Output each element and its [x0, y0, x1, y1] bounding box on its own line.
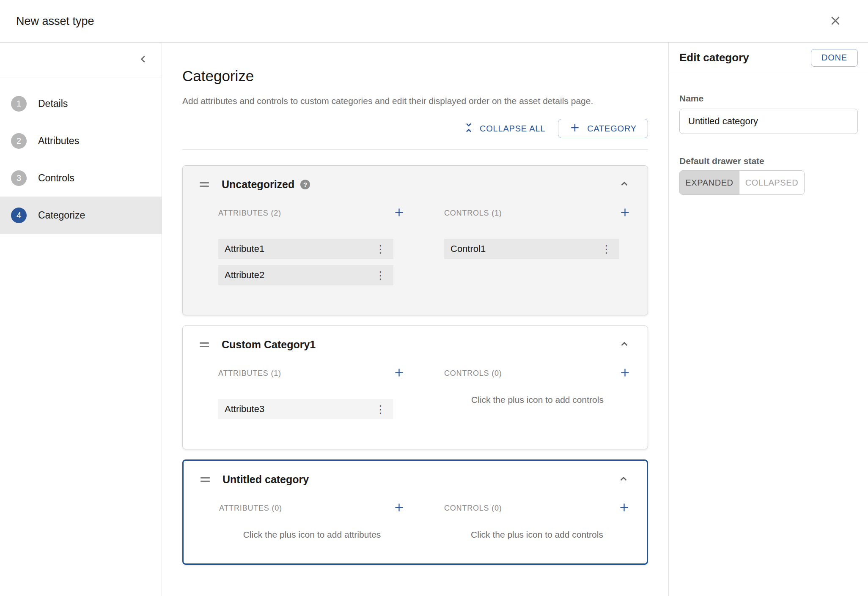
- drawer-state-toggle: EXPANDED COLLAPSED: [679, 170, 805, 195]
- categorize-panel: Categorize Add attributes and controls t…: [162, 43, 668, 596]
- done-button[interactable]: DONE: [811, 49, 858, 67]
- controls-count-label: CONTROLS (1): [444, 209, 502, 218]
- step-attributes[interactable]: 2 Attributes: [0, 122, 162, 159]
- step-number-badge: 1: [11, 96, 27, 112]
- plus-icon: [393, 367, 405, 380]
- chevron-up-icon: [619, 184, 630, 191]
- category-list: Uncategorized ?: [182, 165, 648, 565]
- category-title: Uncategorized: [222, 178, 294, 191]
- chevron-up-icon: [619, 344, 630, 351]
- step-label: Details: [38, 98, 68, 109]
- plus-icon: [618, 502, 630, 514]
- step-label: Categorize: [38, 210, 85, 221]
- controls-column: CONTROLS (0) Click the plus icon to add …: [444, 503, 630, 540]
- drawer-state-label: Default drawer state: [679, 156, 858, 166]
- attribute-item[interactable]: Attribute3 ⋮: [218, 399, 393, 419]
- kebab-menu-icon[interactable]: ⋮: [599, 244, 613, 254]
- plus-icon: [393, 207, 405, 219]
- controls-column: CONTROLS (0) Click the plus icon to add …: [444, 369, 631, 425]
- collapse-all-label: COLLAPSE ALL: [480, 124, 545, 134]
- attributes-column: ATTRIBUTES (1) Attribute: [218, 369, 405, 425]
- attributes-count-label: ATTRIBUTES (1): [218, 369, 281, 378]
- step-label: Attributes: [38, 135, 79, 147]
- help-icon[interactable]: ?: [300, 180, 310, 189]
- step-number-badge: 4: [11, 208, 27, 223]
- collapse-category-button[interactable]: [618, 178, 631, 191]
- add-control-button[interactable]: [619, 207, 631, 219]
- category-name-input[interactable]: [679, 109, 858, 134]
- step-details[interactable]: 1 Details: [0, 85, 162, 122]
- step-number-badge: 3: [11, 170, 27, 186]
- add-attribute-button[interactable]: [393, 502, 405, 514]
- drawer-state-option-expanded[interactable]: EXPANDED: [680, 171, 739, 194]
- add-category-label: CATEGORY: [587, 124, 637, 134]
- controls-empty-hint: Click the plus icon to add controls: [444, 530, 630, 540]
- attribute-name: Attribute1: [225, 243, 264, 254]
- controls-column: CONTROLS (1) Control1: [444, 208, 631, 291]
- control-item[interactable]: Control1 ⋮: [444, 239, 619, 259]
- add-control-button[interactable]: [619, 367, 631, 380]
- attributes-column: ATTRIBUTES (2) Attribute: [218, 208, 405, 291]
- stepper-sidebar: 1 Details 2 Attributes 3 Controls 4 Cate…: [0, 43, 162, 596]
- category-card-custom-category1: Custom Category1: [182, 325, 648, 449]
- plus-icon: [619, 367, 631, 380]
- edit-category-panel: Edit category DONE Name Default drawer s…: [668, 43, 868, 596]
- controls-count-label: CONTROLS (0): [444, 369, 502, 378]
- control-name: Control1: [450, 243, 486, 254]
- controls-empty-hint: Click the plus icon to add controls: [444, 395, 631, 405]
- close-icon: [829, 14, 842, 28]
- stepper: 1 Details 2 Attributes 3 Controls 4 Cate…: [0, 77, 162, 234]
- category-card-uncategorized: Uncategorized ?: [182, 165, 648, 315]
- plus-icon: [619, 207, 631, 219]
- plus-icon: [393, 502, 405, 514]
- step-label: Controls: [38, 172, 74, 184]
- divider: [182, 149, 648, 150]
- drag-handle-icon[interactable]: [200, 182, 209, 187]
- page-title: Categorize: [182, 67, 648, 85]
- collapse-all-icon: [464, 123, 474, 135]
- name-label: Name: [679, 93, 858, 104]
- collapse-category-button[interactable]: [617, 473, 630, 487]
- drag-handle-icon[interactable]: [201, 477, 210, 482]
- category-card-untitled-category: Untitled category: [182, 459, 648, 565]
- collapse-category-button[interactable]: [618, 338, 631, 352]
- step-number-badge: 2: [11, 133, 27, 149]
- attributes-count-label: ATTRIBUTES (0): [219, 504, 282, 513]
- chevron-left-icon: [138, 54, 149, 66]
- new-asset-type-dialog: New asset type: [0, 0, 868, 596]
- kebab-menu-icon[interactable]: ⋮: [374, 270, 387, 281]
- add-control-button[interactable]: [618, 502, 630, 514]
- collapse-sidebar-button[interactable]: [136, 52, 151, 68]
- controls-count-label: CONTROLS (0): [444, 504, 502, 513]
- add-attribute-button[interactable]: [393, 367, 405, 380]
- drag-handle-icon[interactable]: [200, 342, 209, 347]
- edit-panel-title: Edit category: [679, 51, 749, 64]
- chevron-up-icon: [618, 479, 629, 486]
- sidebar-collapse-row: [0, 43, 162, 77]
- plus-icon: [569, 122, 580, 135]
- add-attribute-button[interactable]: [393, 207, 405, 219]
- step-controls[interactable]: 3 Controls: [0, 159, 162, 197]
- kebab-menu-icon[interactable]: ⋮: [374, 404, 387, 415]
- add-category-button[interactable]: CATEGORY: [558, 119, 648, 138]
- attributes-empty-hint: Click the plus icon to add attributes: [219, 530, 405, 540]
- collapse-all-button[interactable]: COLLAPSE ALL: [464, 123, 545, 135]
- drawer-state-option-collapsed[interactable]: COLLAPSED: [739, 171, 804, 194]
- dialog-title: New asset type: [16, 15, 94, 28]
- attributes-column: ATTRIBUTES (0) Click the plus icon to ad…: [219, 503, 405, 540]
- dialog-header: New asset type: [0, 0, 868, 43]
- kebab-menu-icon[interactable]: ⋮: [374, 244, 387, 254]
- category-title: Untitled category: [222, 473, 309, 486]
- attribute-item[interactable]: Attribute2 ⋮: [218, 265, 393, 285]
- attribute-name: Attribute2: [225, 270, 264, 281]
- attributes-count-label: ATTRIBUTES (2): [218, 209, 281, 218]
- attribute-name: Attribute3: [225, 404, 264, 415]
- page-description: Add attributes and controls to custom ca…: [182, 96, 648, 106]
- step-categorize[interactable]: 4 Categorize: [0, 197, 162, 234]
- actions-row: COLLAPSE ALL CATEGORY: [182, 119, 648, 138]
- close-button[interactable]: [828, 14, 843, 28]
- category-title: Custom Category1: [222, 338, 316, 351]
- attribute-item[interactable]: Attribute1 ⋮: [218, 239, 393, 259]
